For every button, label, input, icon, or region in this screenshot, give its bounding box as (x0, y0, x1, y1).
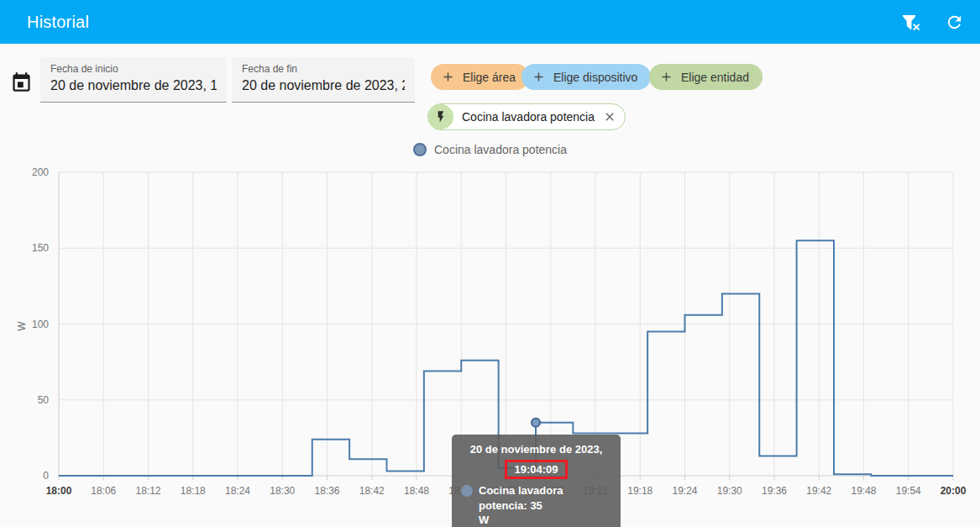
svg-text:20:00: 20:00 (941, 485, 967, 497)
svg-text:19:48: 19:48 (851, 485, 876, 497)
svg-text:150: 150 (32, 242, 49, 254)
svg-text:19:42: 19:42 (806, 485, 831, 497)
svg-text:50: 50 (38, 394, 50, 406)
svg-text:18:48: 18:48 (404, 485, 429, 497)
tooltip-entity-value: Cocina lavadora potencia: 35 W (479, 483, 613, 527)
svg-text:19:36: 19:36 (762, 485, 787, 497)
svg-text:18:00: 18:00 (46, 485, 72, 497)
svg-text:19:54: 19:54 (896, 485, 921, 497)
tooltip-series-marker-icon (461, 485, 473, 497)
svg-text:19:30: 19:30 (717, 485, 742, 497)
tooltip-date: 20 de noviembre de 2023, (459, 442, 613, 457)
svg-text:0: 0 (43, 470, 49, 482)
svg-text:18:42: 18:42 (359, 485, 385, 497)
history-page: Historial Fecha de inicio 20 de noviembr… (0, 0, 980, 527)
svg-text:100: 100 (32, 319, 49, 330)
tooltip-time-annotation: 19:04:09 (505, 460, 567, 480)
svg-text:19:24: 19:24 (672, 485, 697, 497)
svg-text:18:30: 18:30 (270, 485, 295, 497)
svg-text:18:36: 18:36 (314, 485, 339, 497)
svg-text:18:18: 18:18 (181, 485, 206, 497)
svg-text:W: W (16, 321, 28, 331)
svg-text:18:24: 18:24 (225, 485, 250, 497)
svg-text:19:18: 19:18 (627, 485, 652, 497)
svg-text:200: 200 (32, 166, 49, 178)
chart-tooltip: 20 de noviembre de 2023, 19:04:09 Cocina… (452, 435, 621, 527)
svg-text:18:06: 18:06 (91, 485, 116, 497)
svg-text:18:12: 18:12 (135, 485, 160, 497)
